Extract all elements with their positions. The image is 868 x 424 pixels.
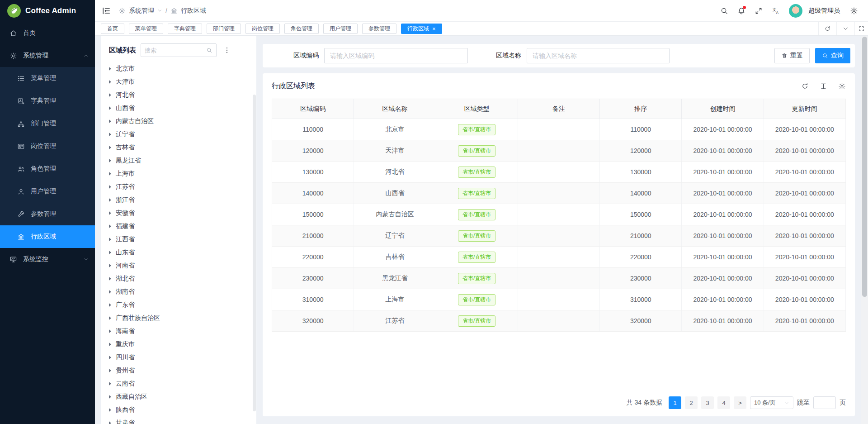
- page-button[interactable]: 2: [685, 396, 698, 409]
- tab-item[interactable]: 字典管理: [168, 24, 202, 34]
- tab-item[interactable]: 行政区域×: [401, 24, 442, 34]
- tab-item[interactable]: 部门管理: [207, 24, 241, 34]
- sidebar-item[interactable]: 部门管理: [0, 112, 95, 135]
- tab-label: 字典管理: [174, 25, 196, 33]
- tree-item[interactable]: 广东省: [101, 298, 256, 311]
- refresh-icon[interactable]: [818, 22, 836, 35]
- tab-item[interactable]: 岗位管理: [245, 24, 280, 34]
- refresh-icon[interactable]: [801, 82, 809, 90]
- table-row: 320000江苏省省市/直辖市3200002020-10-01 00:00:00…: [272, 310, 846, 332]
- tree-item[interactable]: 辽宁省: [101, 128, 256, 141]
- user-name[interactable]: 超级管理员: [808, 7, 840, 15]
- tree-item-label: 西藏自治区: [116, 393, 147, 401]
- user-icon: [17, 188, 25, 195]
- chevron-down-icon[interactable]: [157, 8, 162, 13]
- line-height-icon[interactable]: [820, 82, 827, 90]
- tree-scrollbar-thumb[interactable]: [253, 95, 256, 411]
- tree-item[interactable]: 云南省: [101, 377, 256, 390]
- sidebar-item[interactable]: 行政区域: [0, 225, 95, 248]
- bell-icon[interactable]: [734, 3, 749, 19]
- tree-item[interactable]: 北京市: [101, 62, 256, 75]
- tree-item[interactable]: 内蒙古自治区: [101, 114, 256, 128]
- settings-gear-icon[interactable]: [846, 3, 862, 19]
- sidebar-item[interactable]: 角色管理: [0, 157, 95, 180]
- tab-item[interactable]: 菜单管理: [129, 24, 163, 34]
- breadcrumb-section[interactable]: 系统管理: [129, 7, 154, 15]
- gear-icon: [118, 7, 126, 14]
- tree-item[interactable]: 湖北省: [101, 272, 256, 285]
- tree-item[interactable]: 河南省: [101, 259, 256, 272]
- sidebar-item[interactable]: 系统监控: [0, 248, 95, 271]
- sidebar-item[interactable]: 首页: [0, 22, 95, 44]
- page-button[interactable]: 1: [669, 396, 681, 409]
- tree-item[interactable]: 江苏省: [101, 180, 256, 193]
- region-type-badge: 省市/直辖市: [458, 294, 495, 305]
- tree-item[interactable]: 山东省: [101, 246, 256, 259]
- tree-item[interactable]: 贵州省: [101, 364, 256, 377]
- tree-item[interactable]: 吉林省: [101, 141, 256, 154]
- tree-item[interactable]: 黑龙江省: [101, 154, 256, 167]
- sidebar-item[interactable]: 字典管理: [0, 90, 95, 112]
- sidebar-item[interactable]: 用户管理: [0, 180, 95, 203]
- gear-icon[interactable]: [838, 82, 846, 90]
- tree-item[interactable]: 山西省: [101, 101, 256, 114]
- page-scrollbar-thumb[interactable]: [862, 37, 867, 297]
- jump-suffix: 页: [840, 399, 846, 407]
- caret-right-icon: [109, 316, 111, 320]
- sidebar-item[interactable]: 参数管理: [0, 203, 95, 225]
- cell-sort: 120000: [600, 140, 682, 162]
- menu-fold-icon[interactable]: [101, 6, 111, 16]
- cell-remark: [518, 183, 599, 204]
- region-name-input[interactable]: [527, 48, 670, 63]
- region-code-input[interactable]: [324, 48, 468, 63]
- tree-item[interactable]: 陕西省: [101, 403, 256, 416]
- query-button[interactable]: 查询: [815, 48, 850, 63]
- tree-item[interactable]: 江西省: [101, 233, 256, 246]
- page-button[interactable]: 3: [701, 396, 714, 409]
- page-scrollbar[interactable]: [861, 36, 868, 424]
- sidebar-item[interactable]: 系统管理: [0, 44, 95, 67]
- brand-header[interactable]: Coffee Admin: [0, 0, 95, 22]
- page-size-select[interactable]: 10 条/页: [750, 396, 793, 409]
- tree-item[interactable]: 重庆市: [101, 338, 256, 351]
- translate-icon[interactable]: 文A: [768, 3, 783, 19]
- tree-item[interactable]: 河北省: [101, 88, 256, 101]
- cell-name: 天津市: [354, 140, 436, 162]
- sidebar-item[interactable]: 菜单管理: [0, 67, 95, 90]
- tree-item[interactable]: 海南省: [101, 324, 256, 338]
- tab-label: 首页: [107, 25, 118, 33]
- page-button[interactable]: 4: [717, 396, 730, 409]
- tab-item[interactable]: 用户管理: [323, 24, 358, 34]
- tab-item[interactable]: 角色管理: [284, 24, 319, 34]
- tree-item[interactable]: 四川省: [101, 351, 256, 364]
- jump-page-input[interactable]: [813, 396, 836, 409]
- tree-item[interactable]: 甘肃省: [101, 416, 256, 424]
- tree-item[interactable]: 福建省: [101, 219, 256, 233]
- tree-item[interactable]: 西藏自治区: [101, 390, 256, 403]
- sidebar-item[interactable]: 岗位管理: [0, 135, 95, 157]
- chevron-down-icon[interactable]: [836, 22, 854, 35]
- more-dots-icon[interactable]: [223, 47, 231, 54]
- wrench-icon: [17, 210, 25, 218]
- tree-item[interactable]: 安徽省: [101, 206, 256, 219]
- fullscreen-icon[interactable]: [751, 3, 766, 19]
- reset-button[interactable]: 重置: [774, 48, 810, 63]
- search-icon[interactable]: [717, 3, 732, 19]
- tree-search-input[interactable]: [145, 47, 206, 54]
- tree-item[interactable]: 上海市: [101, 167, 256, 180]
- tree-item[interactable]: 浙江省: [101, 193, 256, 206]
- tree-item-label: 海南省: [116, 327, 135, 335]
- tree-item[interactable]: 湖南省: [101, 285, 256, 298]
- tree-item[interactable]: 广西壮族自治区: [101, 311, 256, 324]
- svg-text:A: A: [776, 11, 778, 15]
- tree-item[interactable]: 天津市: [101, 75, 256, 88]
- tab-item[interactable]: 首页: [101, 24, 124, 34]
- next-page-button[interactable]: >: [734, 396, 746, 409]
- cell-name: 山西省: [354, 183, 436, 204]
- search-form-card: 区域编码 区域名称 重置 查询: [263, 44, 855, 67]
- avatar[interactable]: [789, 4, 802, 18]
- tab-item[interactable]: 参数管理: [362, 24, 396, 34]
- maximize-icon[interactable]: [854, 22, 868, 35]
- search-icon[interactable]: [206, 47, 212, 53]
- close-icon[interactable]: ×: [432, 26, 436, 32]
